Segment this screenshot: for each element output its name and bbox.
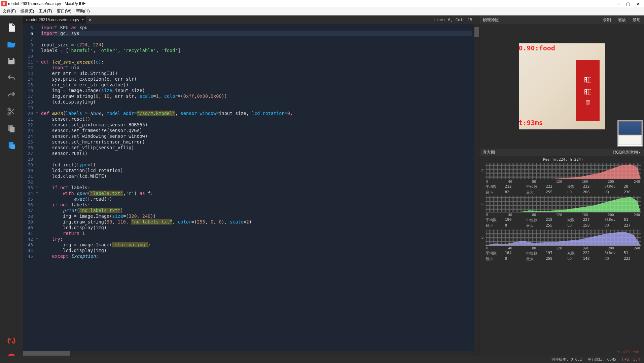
svg-point-6 bbox=[9, 339, 11, 340]
watermark: Yuu222.com bbox=[617, 350, 639, 354]
fold-column[interactable]: ▾▾▾▾▾▾ bbox=[35, 24, 39, 351]
cursor-position: Line: 6, Col: 15 bbox=[433, 17, 479, 22]
histogram-label: 直方图 bbox=[483, 150, 495, 155]
framebuffer-label: 帧缓冲区 bbox=[483, 17, 499, 23]
frame-object: 旺旺雪 bbox=[576, 60, 600, 121]
connect-icon[interactable] bbox=[6, 335, 17, 346]
menu-item[interactable]: 帮助(H) bbox=[76, 8, 90, 14]
code-editor[interactable]: 5678910111213141516171819202122232425262… bbox=[23, 24, 479, 351]
fps-label: FPS: 5.4 bbox=[622, 357, 640, 362]
histogram-header: 直方图 RGB色彩空间 bbox=[479, 149, 644, 156]
camera-frame: 0.90:food 旺旺雪 t:93ms bbox=[519, 43, 605, 129]
firmware-version: 固件版本: 0.6.2 bbox=[551, 357, 582, 362]
app-logo: S bbox=[1, 1, 7, 6]
minimap bbox=[617, 120, 643, 147]
window-title: model-26315.nncase/main.py - MaixPy IDE bbox=[8, 1, 617, 6]
serial-port: 串行端口: COM5 bbox=[588, 357, 616, 362]
horizontal-scrollbar[interactable] bbox=[23, 351, 479, 356]
menu-item[interactable]: 窗口(W) bbox=[57, 8, 71, 14]
code-area[interactable]: import KPU as kpuimport gc, sysinput_siz… bbox=[39, 24, 474, 351]
vertical-scrollbar[interactable] bbox=[474, 24, 479, 351]
copy-icon[interactable] bbox=[6, 123, 17, 134]
svg-rect-5 bbox=[11, 145, 15, 149]
framebuffer-view: 0.90:food 旺旺雪 t:93ms bbox=[479, 24, 644, 149]
detection-label: 0.90:food bbox=[519, 44, 555, 52]
right-panel: 帧缓冲区 录制 缩放 禁用 0.90:food 旺旺雪 t:93ms 直方图 R… bbox=[479, 15, 644, 363]
svg-point-7 bbox=[12, 341, 13, 343]
close-button[interactable]: ✕ bbox=[636, 1, 640, 6]
cut-icon[interactable] bbox=[6, 106, 17, 117]
colorspace-select[interactable]: RGB色彩空间 bbox=[613, 150, 641, 155]
framebuffer-header: 帧缓冲区 录制 缩放 禁用 bbox=[479, 15, 644, 24]
maximize-button[interactable]: ▢ bbox=[626, 1, 630, 6]
file-tab[interactable]: model-26315.nncase/main.py▾ bbox=[23, 16, 86, 24]
undo-icon[interactable] bbox=[6, 73, 17, 83]
timing-label: t:93ms bbox=[519, 119, 543, 127]
menubar: 文件(F)编辑(E)工具(T)窗口(W)帮助(H) bbox=[0, 7, 644, 15]
save-icon[interactable] bbox=[6, 56, 17, 67]
titlebar: S model-26315.nncase/main.py - MaixPy ID… bbox=[0, 0, 644, 7]
minimize-button[interactable]: ─ bbox=[617, 1, 620, 6]
zoom-button[interactable]: 缩放 bbox=[618, 17, 626, 23]
resolution-label: Res (w:224, h:224) bbox=[486, 157, 641, 162]
menu-item[interactable]: 工具(T) bbox=[39, 8, 52, 14]
redo-icon[interactable] bbox=[6, 89, 17, 100]
tab-label: model-26315.nncase/main.py bbox=[26, 17, 79, 22]
disable-button[interactable]: 禁用 bbox=[633, 17, 641, 23]
menu-item[interactable]: 文件(F) bbox=[3, 8, 16, 14]
new-file-icon[interactable] bbox=[6, 22, 17, 33]
line-gutter: 5678910111213141516171819202122232425262… bbox=[23, 24, 35, 351]
record-button[interactable]: 录制 bbox=[603, 17, 611, 23]
menu-item[interactable]: 编辑(E) bbox=[21, 8, 34, 14]
tabbar: model-26315.nncase/main.py▾ ✕ Line: 6, C… bbox=[23, 15, 479, 24]
open-file-icon[interactable] bbox=[6, 39, 17, 50]
svg-rect-3 bbox=[10, 127, 14, 132]
close-tab-button[interactable]: ✕ bbox=[86, 16, 95, 24]
paste-icon[interactable] bbox=[6, 140, 17, 151]
status-bar: 固件版本: 0.6.2 串行端口: COM5 FPS: 5.4 bbox=[0, 356, 644, 363]
sidebar bbox=[0, 15, 23, 363]
histograms: Res (w:224, h:224) R04080120160200240平均数… bbox=[479, 156, 644, 363]
